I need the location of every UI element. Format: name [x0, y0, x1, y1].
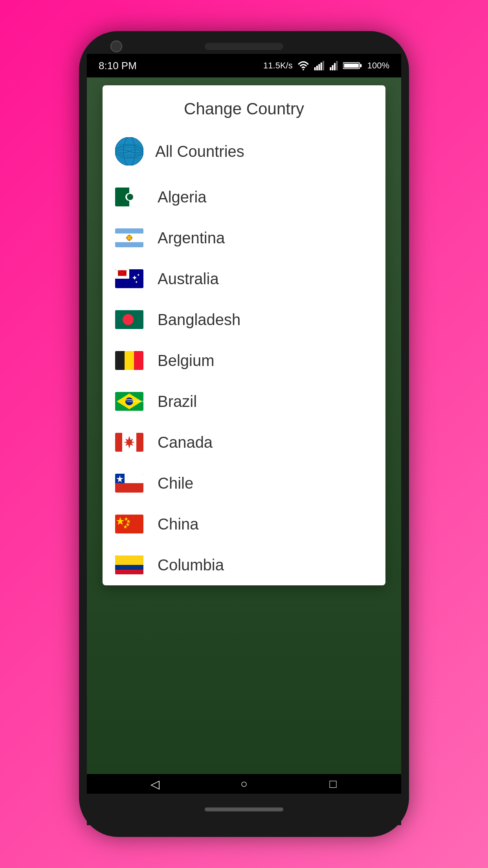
svg-rect-6 [330, 67, 331, 70]
svg-rect-24 [115, 242, 143, 247]
status-time: 8:10 PM [99, 60, 137, 72]
country-name-columbia: Columbia [158, 556, 224, 574]
svg-rect-5 [323, 61, 324, 70]
bottom-nav-bar: ◁ ○ □ [87, 774, 401, 794]
svg-rect-11 [344, 64, 359, 68]
home-indicator [205, 807, 283, 811]
svg-rect-23 [115, 228, 143, 234]
flag-canada [115, 433, 143, 452]
svg-text:ORDEM E PROGRESSO: ORDEM E PROGRESSO [127, 400, 143, 403]
svg-rect-7 [332, 65, 333, 70]
svg-rect-66 [115, 555, 143, 565]
svg-point-44 [123, 314, 134, 325]
svg-point-25 [127, 235, 132, 241]
country-name-chile: Chile [158, 474, 193, 492]
flag-algeria [115, 188, 143, 206]
country-item-bangladesh[interactable]: Bangladesh [103, 299, 385, 340]
country-item-all[interactable]: All Countries [103, 126, 385, 177]
svg-point-20 [127, 194, 133, 200]
status-bar: 8:10 PM 11.5K/s [87, 54, 401, 77]
phone-bottom [87, 794, 401, 825]
svg-text:✦: ✦ [135, 280, 138, 284]
camera-icon [110, 40, 122, 52]
country-item-canada[interactable]: Canada [103, 422, 385, 463]
country-name-bangladesh: Bangladesh [158, 311, 240, 329]
country-name-brazil: Brazil [158, 393, 197, 410]
wifi-icon [297, 61, 309, 70]
flag-bangladesh [115, 310, 143, 329]
recents-button[interactable]: □ [323, 774, 343, 794]
flag-argentina [115, 228, 143, 247]
country-item-china[interactable]: China [103, 504, 385, 544]
country-item-australia[interactable]: ✦✦✦ Australia [103, 258, 385, 299]
flag-brazil: ORDEM E PROGRESSO [115, 392, 143, 411]
country-name-algeria: Algeria [158, 188, 207, 206]
battery-percent: 100% [367, 61, 389, 71]
phone-frame: 8:10 PM 11.5K/s [79, 31, 409, 837]
back-button[interactable]: ◁ [145, 774, 165, 794]
svg-rect-45 [115, 351, 125, 370]
flag-belgium [115, 351, 143, 370]
signal-icon [314, 61, 325, 70]
country-item-algeria[interactable]: Algeria [103, 177, 385, 217]
country-item-brazil[interactable]: ORDEM E PROGRESSO Brazil [103, 381, 385, 422]
svg-point-0 [303, 69, 304, 70]
flag-australia: ✦✦✦ [115, 269, 143, 288]
svg-text:✦: ✦ [137, 273, 140, 277]
phone-screen: Change Country All Countries Algeria Arg… [87, 77, 401, 774]
svg-rect-12 [360, 64, 361, 67]
country-name-china: China [158, 515, 199, 533]
country-item-argentina[interactable]: Argentina [103, 217, 385, 258]
dialog-title: Change Country [103, 85, 385, 126]
signal2-icon [330, 61, 338, 70]
country-item-columbia[interactable]: Columbia [103, 544, 385, 585]
speaker [205, 43, 283, 50]
svg-rect-54 [136, 433, 143, 452]
country-name-belgium: Belgium [158, 352, 215, 370]
country-name-canada: Canada [158, 434, 213, 451]
country-list[interactable]: All Countries Algeria Argentina ✦✦✦ Aust… [103, 126, 385, 585]
svg-rect-53 [115, 433, 122, 452]
country-name-australia: Australia [158, 270, 219, 288]
change-country-dialog[interactable]: Change Country All Countries Algeria Arg… [103, 85, 385, 585]
country-name-argentina: Argentina [158, 229, 225, 247]
svg-rect-2 [316, 66, 318, 70]
globe-icon [115, 137, 143, 166]
flag-columbia [115, 555, 143, 574]
svg-rect-67 [115, 570, 143, 574]
network-speed: 11.5K/s [263, 61, 293, 71]
svg-rect-4 [320, 63, 322, 70]
svg-rect-3 [318, 64, 320, 70]
svg-rect-8 [334, 63, 336, 70]
country-item-chile[interactable]: Chile [103, 463, 385, 504]
flag-chile [115, 474, 143, 493]
battery-icon [343, 61, 363, 70]
svg-rect-47 [134, 351, 143, 370]
svg-rect-9 [336, 61, 338, 70]
phone-top [87, 43, 401, 50]
country-name-all: All Countries [155, 143, 244, 160]
flag-china [115, 515, 143, 533]
svg-rect-1 [314, 67, 316, 70]
home-button[interactable]: ○ [234, 774, 254, 794]
country-item-belgium[interactable]: Belgium [103, 340, 385, 381]
svg-rect-46 [125, 351, 134, 370]
status-right: 11.5K/s [263, 61, 389, 71]
